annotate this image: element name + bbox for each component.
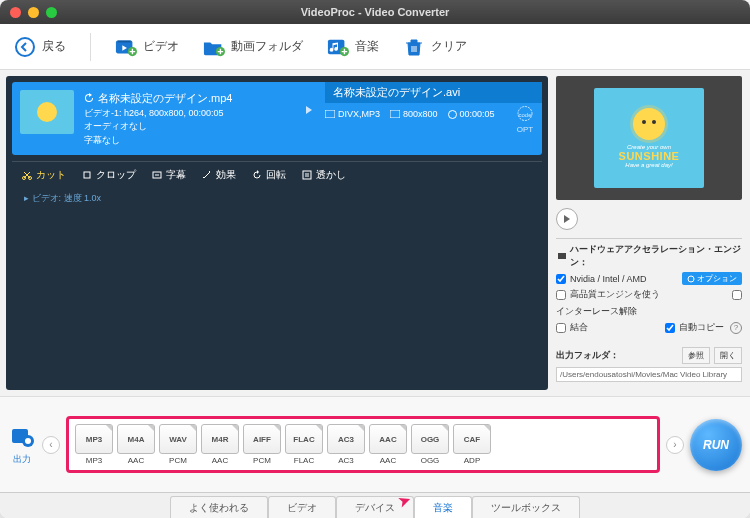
- add-video-button[interactable]: ビデオ: [115, 36, 179, 58]
- scissors-icon: [22, 170, 32, 180]
- format-icon: AAC: [369, 424, 407, 454]
- format-icon: CAF: [453, 424, 491, 454]
- add-folder-button[interactable]: 動画フォルダ: [203, 36, 303, 58]
- category-tabs: よく使われる ビデオ デバイス 音楽 ツールボックス ➤: [0, 492, 750, 518]
- format-ogg[interactable]: OGGOGG: [411, 424, 449, 465]
- rotate-button[interactable]: 回転: [252, 168, 286, 182]
- format-m4r[interactable]: M4RAAC: [201, 424, 239, 465]
- svg-rect-18: [305, 173, 309, 177]
- svg-point-21: [688, 276, 694, 282]
- join-checkbox[interactable]: [556, 323, 566, 333]
- format-wav[interactable]: WAVPCM: [159, 424, 197, 465]
- svg-point-0: [16, 38, 34, 56]
- clip-source-info: 名称未設定のデザイン.mp4 ビデオ-1: h264, 800x800, 00:…: [84, 90, 293, 147]
- preview-line3: Have a great day!: [625, 162, 672, 168]
- play-icon: [563, 215, 571, 223]
- back-label: 戻る: [42, 38, 66, 55]
- hw-accel-section: ハードウェアアクセラレーション・エンジン： Nvidia / Intel / A…: [556, 238, 742, 334]
- tab-popular[interactable]: よく使われる: [170, 496, 268, 518]
- add-music-button[interactable]: 音楽: [327, 36, 379, 58]
- gear-icon: [687, 275, 695, 283]
- crop-button[interactable]: クロップ: [82, 168, 136, 182]
- refresh-icon: [84, 93, 94, 103]
- hw-header: ハードウェアアクセラレーション・エンジン：: [570, 243, 742, 269]
- clip-audio-info: オーディオなし: [84, 120, 293, 134]
- play-button[interactable]: [556, 208, 578, 230]
- format-list: MP3MP3M4AAACWAVPCMM4RAACAIFFPCMFLACFLACA…: [66, 416, 660, 473]
- preview-image: Create your own SUNSHINE Have a great da…: [594, 88, 704, 188]
- format-flac[interactable]: FLACFLAC: [285, 424, 323, 465]
- video-plus-icon: [115, 36, 137, 58]
- format-label: PCM: [169, 456, 187, 465]
- watermark-icon: [302, 170, 312, 180]
- clip-item[interactable]: 名称未設定のデザイン.mp4 ビデオ-1: h264, 800x800, 00:…: [12, 82, 542, 155]
- clear-button[interactable]: クリア: [403, 36, 467, 58]
- format-mp3[interactable]: MP3MP3: [75, 424, 113, 465]
- output-folder-section: 出力フォルダ： 参照 開く /Users/endousatoshi/Movies…: [556, 344, 742, 382]
- music-plus-icon: [327, 36, 349, 58]
- nvidia-label: Nvidia / Intel / AMD: [570, 274, 647, 284]
- tab-music[interactable]: 音楽: [414, 496, 472, 518]
- svg-point-24: [25, 438, 31, 444]
- format-m4a[interactable]: M4AAAC: [117, 424, 155, 465]
- deinterlace-checkbox[interactable]: [732, 290, 742, 300]
- nvidia-checkbox[interactable]: [556, 274, 566, 284]
- format-ac3[interactable]: AC3AC3: [327, 424, 365, 465]
- format-icon: WAV: [159, 424, 197, 454]
- gear-icon: code: [516, 104, 534, 122]
- clear-label: クリア: [431, 38, 467, 55]
- clip-sub-info: 字幕なし: [84, 134, 293, 148]
- format-label: MP3: [86, 456, 102, 465]
- hw-option-button[interactable]: オプション: [682, 272, 742, 285]
- format-icon: FLAC: [285, 424, 323, 454]
- opt-label: OPT: [517, 124, 533, 133]
- tab-video[interactable]: ビデオ: [268, 496, 336, 518]
- format-caf[interactable]: CAFADP: [453, 424, 491, 465]
- video-label: ビデオ: [143, 38, 179, 55]
- back-icon: [14, 36, 36, 58]
- join-label: 結合: [570, 321, 588, 334]
- hq-checkbox[interactable]: [556, 290, 566, 300]
- svg-rect-15: [84, 172, 90, 178]
- preview-area: Create your own SUNSHINE Have a great da…: [556, 76, 742, 200]
- format-label: AAC: [380, 456, 396, 465]
- format-label: ADP: [464, 456, 480, 465]
- clip-filename: 名称未設定のデザイン.mp4: [98, 90, 232, 107]
- side-panel: Create your own SUNSHINE Have a great da…: [554, 70, 750, 396]
- divider: [90, 33, 91, 61]
- cut-button[interactable]: カット: [22, 168, 66, 182]
- sun-graphic: [633, 108, 665, 140]
- watermark-button[interactable]: 透かし: [302, 168, 346, 182]
- clip-output-info: 名称未設定のデザイン.avi DIVX,MP3 800x800 00:00:05: [325, 90, 534, 147]
- chip-icon: [556, 251, 567, 261]
- format-aac[interactable]: AACAAC: [369, 424, 407, 465]
- output-gear-icon: [8, 423, 36, 451]
- format-label: AAC: [128, 456, 144, 465]
- output-settings-button[interactable]: 出力: [8, 423, 36, 466]
- resolution-info: 800x800: [390, 109, 438, 119]
- subtitle-button[interactable]: 字幕: [152, 168, 186, 182]
- clip-options-button[interactable]: code OPT: [516, 104, 534, 133]
- preview-line2: SUNSHINE: [619, 150, 680, 162]
- speed-indicator: ▸ ビデオ: 速度 1.0x: [12, 188, 542, 205]
- tab-toolbox[interactable]: ツールボックス: [472, 496, 580, 518]
- toolbar: 戻る ビデオ 動画フォルダ 音楽 クリア: [0, 24, 750, 70]
- main-panel: 名称未設定のデザイン.mp4 ビデオ-1: h264, 800x800, 00:…: [0, 70, 554, 396]
- format-label: FLAC: [294, 456, 314, 465]
- scroll-right-button[interactable]: ›: [666, 436, 684, 454]
- effect-button[interactable]: 効果: [202, 168, 236, 182]
- back-button[interactable]: 戻る: [14, 36, 66, 58]
- run-button[interactable]: RUN: [690, 419, 742, 471]
- arrow-right-icon: [303, 90, 315, 130]
- browse-button[interactable]: 参照: [682, 347, 710, 364]
- scroll-left-button[interactable]: ‹: [42, 436, 60, 454]
- help-icon[interactable]: ?: [730, 322, 742, 334]
- format-aiff[interactable]: AIFFPCM: [243, 424, 281, 465]
- format-icon: M4A: [117, 424, 155, 454]
- format-label: AAC: [212, 456, 228, 465]
- folder-label: 出力フォルダ：: [556, 349, 619, 362]
- open-button[interactable]: 開く: [714, 347, 742, 364]
- format-icon: OGG: [411, 424, 449, 454]
- autocopy-checkbox[interactable]: [665, 323, 675, 333]
- svg-rect-20: [558, 253, 566, 259]
